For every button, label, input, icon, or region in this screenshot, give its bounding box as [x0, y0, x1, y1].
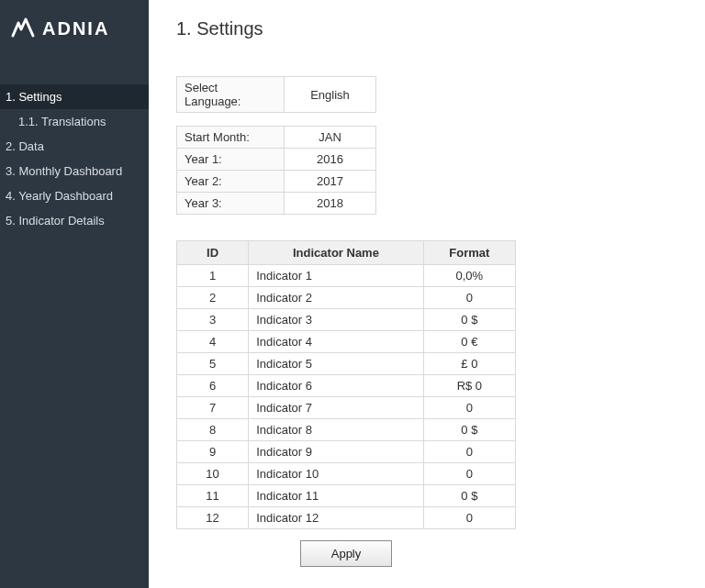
indicator-name-input[interactable]: Indicator 2 — [249, 287, 424, 309]
indicator-format-input[interactable]: £ 0 — [423, 353, 515, 375]
indicator-id: 10 — [177, 463, 249, 485]
period-table: Start Month: JAN Year 1: 2016 Year 2: 20… — [176, 126, 376, 215]
indicator-format-input[interactable]: 0 — [423, 397, 515, 419]
table-row: 1Indicator 10,0% — [177, 265, 516, 287]
table-row: 2Indicator 20 — [177, 287, 516, 309]
main-content: 1. Settings Select Language: English Sta… — [149, 0, 705, 588]
indicator-name-input[interactable]: Indicator 4 — [249, 331, 424, 353]
year3-input[interactable]: 2018 — [285, 193, 376, 215]
nav-menu: 1. Settings1.1. Translations2. Data3. Mo… — [0, 84, 149, 233]
indicator-name-input[interactable]: Indicator 6 — [249, 375, 424, 397]
language-table: Select Language: English — [176, 76, 376, 113]
indicator-id: 7 — [177, 397, 249, 419]
table-row: 10Indicator 100 — [177, 463, 516, 485]
nav-item[interactable]: 2. Data — [0, 134, 149, 159]
indicator-name-input[interactable]: Indicator 10 — [249, 463, 424, 485]
indicator-name-input[interactable]: Indicator 7 — [249, 397, 424, 419]
apply-button[interactable]: Apply — [300, 540, 392, 567]
year3-label: Year 3: — [177, 193, 285, 215]
indicator-format-input[interactable]: 0 $ — [423, 419, 515, 441]
indicator-id: 9 — [177, 441, 249, 463]
nav-item[interactable]: 3. Monthly Dashboard — [0, 159, 149, 183]
language-label: Select Language: — [177, 77, 285, 113]
table-row: 7Indicator 70 — [177, 397, 516, 419]
indicator-name-input[interactable]: Indicator 12 — [249, 507, 424, 529]
table-row: 5Indicator 5£ 0 — [177, 353, 516, 375]
indicator-id: 5 — [177, 353, 249, 375]
nav-item[interactable]: 1.1. Translations — [0, 109, 149, 134]
brand: ADNIA — [0, 0, 149, 57]
page-title: 1. Settings — [176, 0, 677, 76]
indicator-format-input[interactable]: 0 $ — [423, 309, 515, 331]
table-row: 9Indicator 90 — [177, 441, 516, 463]
nav-item[interactable]: 4. Yearly Dashboard — [0, 183, 149, 208]
indicator-format-input[interactable]: 0,0% — [423, 265, 515, 287]
brand-logo-icon — [11, 17, 35, 40]
start-month-label: Start Month: — [177, 127, 285, 149]
indicator-id: 8 — [177, 419, 249, 441]
indicator-id: 6 — [177, 375, 249, 397]
col-header-id: ID — [177, 241, 249, 265]
table-row: 4Indicator 40 € — [177, 331, 516, 353]
col-header-name: Indicator Name — [249, 241, 424, 265]
indicator-name-input[interactable]: Indicator 8 — [249, 419, 424, 441]
indicator-id: 4 — [177, 331, 249, 353]
year1-input[interactable]: 2016 — [285, 149, 376, 171]
indicator-id: 12 — [177, 507, 249, 529]
year2-label: Year 2: — [177, 171, 285, 193]
indicator-format-input[interactable]: 0 — [423, 287, 515, 309]
table-row: 11Indicator 110 $ — [177, 485, 516, 507]
indicator-name-input[interactable]: Indicator 1 — [249, 265, 424, 287]
indicators-table: ID Indicator Name Format 1Indicator 10,0… — [176, 240, 516, 529]
col-header-format: Format — [423, 241, 515, 265]
indicator-name-input[interactable]: Indicator 11 — [249, 485, 424, 507]
brand-name: ADNIA — [42, 18, 109, 39]
indicator-format-input[interactable]: 0 — [423, 507, 515, 529]
language-select[interactable]: English — [285, 77, 376, 113]
indicator-name-input[interactable]: Indicator 5 — [249, 353, 424, 375]
table-row: 12Indicator 120 — [177, 507, 516, 529]
indicator-format-input[interactable]: 0 $ — [423, 485, 515, 507]
sidebar: ADNIA 1. Settings1.1. Translations2. Dat… — [0, 0, 149, 588]
nav-item[interactable]: 1. Settings — [0, 84, 149, 109]
indicator-format-input[interactable]: 0 — [423, 441, 515, 463]
indicator-name-input[interactable]: Indicator 3 — [249, 309, 424, 331]
indicator-id: 1 — [177, 265, 249, 287]
year2-input[interactable]: 2017 — [285, 171, 376, 193]
indicator-format-input[interactable]: 0 — [423, 463, 515, 485]
table-row: 6Indicator 6R$ 0 — [177, 375, 516, 397]
start-month-input[interactable]: JAN — [285, 127, 376, 149]
indicator-format-input[interactable]: R$ 0 — [423, 375, 515, 397]
year1-label: Year 1: — [177, 149, 285, 171]
table-row: 8Indicator 80 $ — [177, 419, 516, 441]
table-row: 3Indicator 30 $ — [177, 309, 516, 331]
indicator-id: 2 — [177, 287, 249, 309]
indicator-name-input[interactable]: Indicator 9 — [249, 441, 424, 463]
nav-item[interactable]: 5. Indicator Details — [0, 208, 149, 233]
indicator-id: 3 — [177, 309, 249, 331]
indicator-format-input[interactable]: 0 € — [423, 331, 515, 353]
indicator-id: 11 — [177, 485, 249, 507]
